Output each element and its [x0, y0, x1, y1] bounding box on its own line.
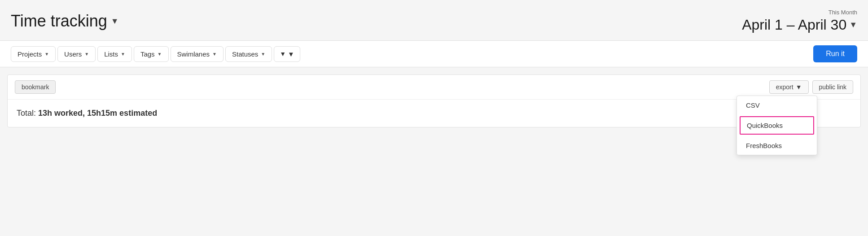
export-chevron: ▼: [796, 83, 802, 91]
tags-chevron: ▼: [158, 52, 162, 57]
total-row: Total: 13h worked, 15h15m estimated: [8, 100, 860, 127]
lists-chevron: ▼: [121, 52, 125, 57]
title-group: Time tracking ▼: [11, 12, 119, 31]
export-quickbooks-item[interactable]: QuickBooks: [740, 116, 814, 135]
projects-chevron: ▼: [44, 52, 49, 57]
funnel-icon: ▼: [280, 50, 286, 57]
total-value: 13h worked, 15h15m estimated: [38, 109, 157, 118]
tags-filter[interactable]: Tags ▼: [134, 46, 169, 62]
export-dropdown: CSV QuickBooks FreshBooks: [736, 96, 817, 155]
funnel-filter-button[interactable]: ▼ ▼: [274, 46, 300, 62]
total-label: Total:: [17, 109, 38, 118]
page-title: Time tracking: [11, 12, 107, 31]
main-content: bookmark export ▼ public link CSV QuickB…: [7, 74, 861, 127]
swimlanes-filter[interactable]: Swimlanes ▼: [171, 46, 224, 62]
date-range-text: April 1 – April 30: [742, 17, 846, 33]
statuses-chevron: ▼: [261, 52, 265, 57]
export-button[interactable]: export ▼: [769, 80, 809, 94]
projects-filter[interactable]: Projects ▼: [11, 46, 56, 62]
date-range-display[interactable]: April 1 – April 30 ▼: [742, 17, 857, 33]
title-dropdown-chevron[interactable]: ▼: [111, 17, 119, 26]
export-csv-item[interactable]: CSV: [737, 96, 817, 114]
users-filter[interactable]: Users ▼: [57, 46, 96, 62]
lists-filter[interactable]: Lists ▼: [97, 46, 132, 62]
date-range-group[interactable]: This Month April 1 – April 30 ▼: [742, 9, 857, 33]
date-period-label: This Month: [742, 9, 857, 16]
page-header: Time tracking ▼ This Month April 1 – Apr…: [0, 0, 868, 40]
users-chevron: ▼: [84, 52, 89, 57]
top-bar-right: export ▼ public link CSV QuickBooks Fres…: [769, 80, 853, 94]
export-freshbooks-item[interactable]: FreshBooks: [737, 136, 817, 155]
content-top-bar: bookmark export ▼ public link CSV QuickB…: [8, 75, 860, 100]
funnel-chevron: ▼: [288, 50, 294, 58]
filter-bar: Projects ▼ Users ▼ Lists ▼ Tags ▼ Swimla…: [0, 40, 868, 67]
date-range-chevron: ▼: [849, 20, 857, 30]
run-button[interactable]: Run it: [813, 45, 857, 62]
swimlanes-chevron: ▼: [212, 52, 217, 57]
statuses-filter[interactable]: Statuses ▼: [225, 46, 272, 62]
public-link-button[interactable]: public link: [812, 80, 853, 94]
bookmark-button[interactable]: bookmark: [15, 80, 56, 94]
